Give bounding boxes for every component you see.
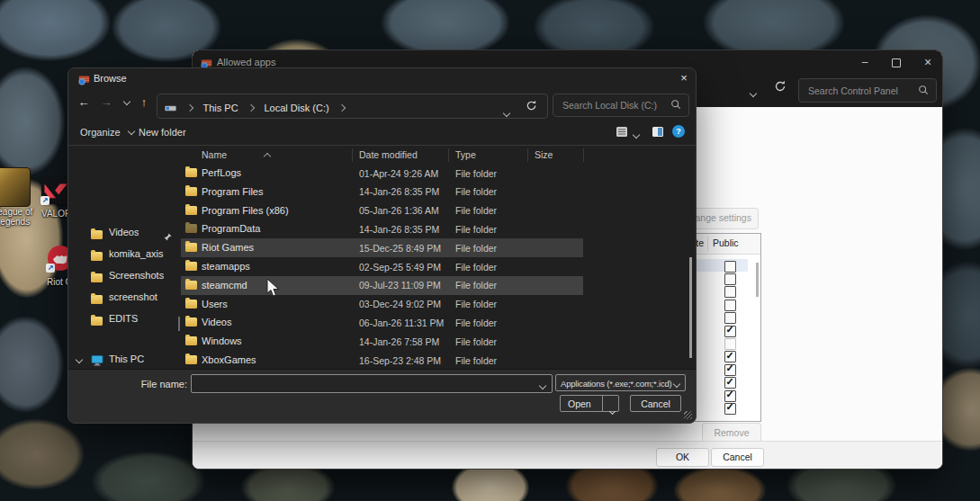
file-date-modified: 16-Sep-23 2:48 PM — [359, 355, 441, 366]
disk-icon — [165, 101, 176, 117]
file-name: Program Files — [202, 186, 263, 197]
window-title: Browse — [94, 73, 127, 84]
firewall-icon — [78, 73, 90, 89]
file-row[interactable]: Riot Games15-Dec-25 8:49 PMFile folder — [181, 238, 583, 257]
file-type: File folder — [455, 336, 497, 347]
public-checkbox[interactable] — [724, 364, 736, 376]
window-title: Allowed apps — [217, 57, 275, 67]
resize-grip[interactable] — [684, 411, 692, 419]
public-checkbox[interactable] — [724, 390, 736, 402]
column-header-name[interactable]: Name — [202, 149, 227, 160]
column-divider[interactable] — [583, 148, 584, 162]
file-row[interactable]: PerfLogs01-Apr-24 9:26 AMFile folder — [181, 164, 583, 183]
file-row[interactable]: steamapps02-Sep-25 5:49 PMFile folder — [181, 257, 583, 276]
public-checkbox[interactable] — [724, 300, 736, 311]
chevron-down-icon[interactable] — [76, 356, 83, 363]
column-header-type[interactable]: Type — [455, 149, 476, 160]
sidebar-item-this-pc[interactable]: This PC — [68, 350, 179, 370]
ok-button[interactable]: OK — [656, 448, 709, 467]
file-type: File folder — [455, 299, 497, 309]
file-date-modified: 01-Apr-24 9:26 AM — [359, 168, 438, 179]
maximize-icon — [892, 58, 901, 67]
file-name: PerfLogs — [202, 167, 241, 178]
file-type: File folder — [455, 262, 497, 273]
file-name: steamcmd — [202, 280, 247, 291]
new-folder-button[interactable]: New folder — [139, 127, 186, 138]
file-date-modified: 14-Jan-26 8:35 PM — [359, 224, 439, 235]
file-row[interactable]: XboxGames16-Sep-23 2:48 PMFile folder — [181, 351, 583, 370]
pc-icon — [91, 353, 103, 370]
cancel-button[interactable]: Cancel — [630, 395, 681, 412]
minimize-button[interactable]: – — [850, 50, 880, 75]
refresh-icon[interactable] — [773, 79, 787, 97]
chevron-down-icon[interactable] — [751, 84, 756, 100]
open-button[interactable]: Open — [560, 395, 619, 412]
league-of-legends-icon[interactable] — [0, 167, 31, 207]
file-name: Users — [202, 299, 228, 309]
valorant-icon[interactable]: ↗ — [41, 177, 70, 204]
folder-icon — [185, 336, 197, 345]
file-row[interactable]: steamcmd09-Jul-23 11:09 PMFile folder — [181, 276, 583, 295]
file-row[interactable]: Users03-Dec-24 9:02 PMFile folder — [181, 295, 583, 314]
folder-icon — [185, 281, 197, 290]
sidebar: Videoskomika_axisScreenshotsscreenshotED… — [68, 146, 181, 370]
up-icon[interactable]: ↑ — [134, 93, 154, 112]
public-checkbox[interactable] — [724, 273, 736, 285]
column-header-date[interactable]: Date modified — [359, 149, 418, 160]
control-panel-search-input[interactable] — [806, 85, 918, 97]
dialog-footer: OK Cancel — [193, 441, 942, 469]
public-checkbox[interactable] — [724, 377, 736, 389]
file-name: steamapps — [202, 261, 250, 272]
column-divider[interactable] — [527, 148, 528, 162]
chevron-down-icon — [673, 380, 680, 388]
back-icon[interactable]: ← — [74, 93, 94, 112]
sidebar-item-label: komika_axis — [109, 248, 164, 259]
close-button[interactable]: × — [913, 50, 943, 75]
file-type: File folder — [455, 318, 497, 328]
control-panel-search-box[interactable] — [798, 78, 937, 103]
sidebar-item-screenshot[interactable]: screenshot — [68, 288, 179, 308]
public-checkbox[interactable] — [724, 403, 736, 415]
cancel-button[interactable]: Cancel — [711, 448, 764, 467]
public-checkbox[interactable] — [724, 286, 736, 298]
public-checkbox[interactable] — [724, 351, 736, 362]
public-checkbox[interactable] — [724, 312, 736, 324]
sidebar-item-label: Videos — [109, 227, 139, 237]
file-row[interactable]: Windows14-Jan-26 7:58 PMFile folder — [181, 332, 583, 351]
file-date-modified: 06-Jan-26 11:31 PM — [359, 318, 444, 328]
file-name: Riot Games — [202, 242, 254, 253]
sidebar-item-videos[interactable]: Videos — [68, 223, 179, 243]
file-row[interactable]: Videos06-Jan-26 11:31 PMFile folder — [181, 313, 583, 332]
file-type: File folder — [455, 243, 497, 254]
public-checkbox[interactable] — [724, 326, 736, 337]
desktop: { "desktop": { "icons": [ {"label": "Lea… — [0, 0, 980, 501]
column-divider[interactable] — [448, 148, 449, 162]
organize-button[interactable]: Organize — [80, 127, 134, 138]
file-list-scrollbar[interactable] — [689, 257, 692, 358]
public-checkbox[interactable] — [724, 338, 736, 350]
file-type: File folder — [455, 280, 497, 291]
league-of-legends-label[interactable]: League of Legends — [0, 207, 47, 228]
public-checkbox[interactable] — [724, 261, 736, 273]
open-dropdown-icon[interactable] — [610, 402, 615, 418]
shortcut-arrow-icon: ↗ — [40, 196, 49, 205]
file-name: Videos — [202, 317, 231, 327]
column-header-size[interactable]: Size — [535, 149, 553, 160]
column-divider[interactable] — [352, 148, 353, 162]
file-row[interactable]: Program Files14-Jan-26 8:35 PMFile folde… — [181, 183, 583, 201]
list-scrollbar[interactable] — [756, 263, 759, 297]
file-name-input[interactable] — [192, 379, 540, 389]
file-row[interactable]: ProgramData14-Jan-26 8:35 PMFile folder — [181, 219, 583, 238]
maximize-button[interactable] — [881, 50, 912, 75]
chevron-down-icon[interactable] — [540, 376, 545, 392]
sidebar-item-screenshots[interactable]: Screenshots — [68, 266, 179, 286]
sidebar-item-komika-axis[interactable]: komika_axis — [68, 245, 179, 264]
sidebar-item-edits[interactable]: EDITS — [68, 309, 179, 329]
forward-icon[interactable]: → — [96, 93, 116, 112]
sort-ascending-icon[interactable] — [265, 147, 270, 163]
file-row[interactable]: Program Files (x86)05-Jan-26 1:36 AMFile… — [181, 201, 583, 220]
file-type-dropdown[interactable]: Applications (*.exe;*.com;*.icd) — [555, 374, 686, 391]
sidebar-scrollbar[interactable] — [178, 317, 180, 331]
file-name-field[interactable] — [191, 374, 553, 393]
folder-icon — [91, 270, 103, 286]
